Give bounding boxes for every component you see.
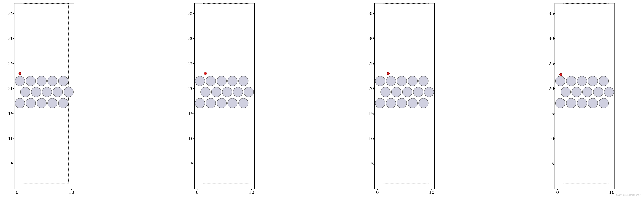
y-tick-mark [554,64,555,64]
particle [408,98,418,108]
y-tick-label: 25 [187,61,194,66]
x-tick-label: 10 [609,190,615,195]
particle [408,76,418,86]
y-tick-mark [374,64,375,64]
particle [599,98,609,108]
y-tick-label: 25 [6,61,14,66]
particle [555,98,565,108]
particle [577,76,587,86]
y-tick-mark [554,164,555,164]
y-tick-mark [374,13,375,14]
y-tick-mark [554,13,555,14]
x-tick-label: 0 [376,190,379,195]
particle [244,87,254,97]
particle [58,76,68,86]
particle [216,98,227,108]
watermark: CSDN @electrochemjy [616,194,641,196]
particle [36,98,46,108]
particle [58,98,68,108]
particle [238,76,248,86]
axes-1: 5101520253035010 [14,3,74,189]
x-tick-mark [251,189,252,190]
y-tick-label: 20 [187,86,194,91]
y-tick-mark [193,114,195,114]
y-tick-label: 10 [547,136,554,141]
tracer-point [18,72,21,75]
subplot-4: 5101520253035010 [542,2,642,196]
y-tick-label: 30 [187,36,194,41]
particle [36,76,46,86]
particle [228,98,238,108]
y-tick-mark [193,88,195,89]
particle [211,87,221,97]
y-tick-label: 5 [367,161,374,166]
y-tick-label: 10 [187,136,194,141]
particle [200,87,210,97]
y-tick-mark [554,88,555,89]
y-tick-label: 25 [547,61,554,66]
particle [48,76,58,86]
particle [599,76,609,86]
axes-4: 5101520253035010 [554,3,615,189]
y-tick-mark [13,88,14,89]
y-tick-mark [554,114,555,114]
plot-area-3 [375,4,434,189]
particle [424,87,434,97]
particle [375,76,385,86]
particle [222,87,232,97]
particle [238,98,248,108]
particle [26,98,36,108]
particle [195,98,205,108]
y-tick-mark [554,138,555,139]
y-tick-mark [374,138,375,139]
particle [397,98,407,108]
plot-area-2 [195,4,254,189]
figure: 5101520253035010 5101520253035010 510152… [2,2,642,196]
y-tick-mark [13,64,14,64]
particle [588,76,598,86]
axes-3: 5101520253035010 [374,3,434,189]
subplot-2: 5101520253035010 [182,2,282,196]
y-tick-label: 5 [187,161,194,166]
particle [64,87,74,97]
particle [566,76,576,86]
y-tick-mark [13,13,14,14]
x-tick-mark [432,189,432,190]
y-tick-label: 10 [367,136,374,141]
y-tick-mark [193,38,195,39]
y-tick-mark [13,114,14,114]
particle [397,76,407,86]
x-tick-label: 10 [429,190,434,195]
y-tick-label: 15 [367,111,374,116]
x-tick-label: 10 [68,190,74,195]
subplot-1: 5101520253035010 [2,2,102,196]
particle [375,98,385,108]
y-tick-label: 35 [6,11,14,16]
y-tick-mark [13,38,14,39]
particle [402,87,412,97]
y-tick-label: 20 [547,86,554,91]
y-tick-mark [193,164,195,164]
y-tick-label: 5 [547,161,554,166]
y-tick-mark [13,164,14,164]
axes-2: 5101520253035010 [194,3,254,189]
particle [577,98,587,108]
y-tick-label: 25 [367,61,374,66]
y-tick-label: 30 [6,36,14,41]
particle [206,98,216,108]
particle [604,87,614,97]
particle [386,76,396,86]
particle [15,76,25,86]
plot-area-4 [555,4,614,189]
y-tick-label: 30 [367,36,374,41]
y-tick-label: 20 [6,86,14,91]
y-tick-label: 35 [547,11,554,16]
x-tick-mark [612,189,612,190]
y-tick-mark [554,38,555,39]
y-tick-mark [374,164,375,164]
tracer-point [560,73,562,76]
y-tick-label: 35 [187,11,194,16]
x-tick-mark [377,189,378,190]
x-tick-mark [557,189,558,190]
y-tick-label: 35 [367,11,374,16]
